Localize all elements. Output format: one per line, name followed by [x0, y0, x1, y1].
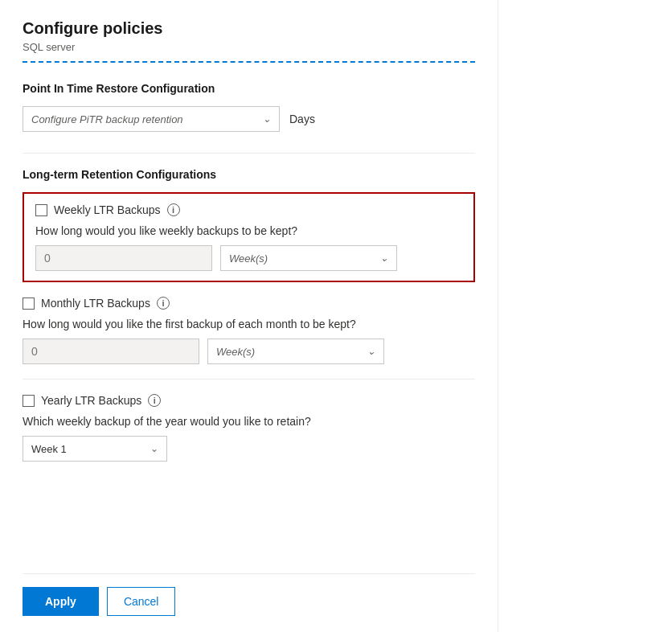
pitr-dropdown[interactable]: Configure PiTR backup retention ⌄ [23, 106, 280, 132]
monthly-number-input[interactable] [23, 339, 199, 364]
weekly-input-row: Week(s) ⌄ [35, 245, 462, 271]
ltr-section-title: Long-term Retention Configurations [23, 168, 475, 181]
monthly-unit-dropdown[interactable]: Week(s) ⌄ [207, 339, 384, 364]
yearly-week-dropdown[interactable]: Week 1 ⌄ [23, 436, 167, 462]
monthly-info-icon[interactable]: i [157, 297, 170, 310]
apply-button[interactable]: Apply [23, 587, 99, 616]
weekly-ltr-box: Weekly LTR Backups i How long would you … [23, 192, 475, 282]
weekly-question: How long would you like weekly backups t… [35, 224, 462, 237]
weekly-number-input[interactable] [35, 245, 212, 271]
monthly-unit-label: Week(s) [216, 346, 255, 358]
yearly-week-label: Week 1 [31, 443, 67, 455]
monthly-question: How long would you like the first backup… [23, 318, 475, 330]
weekly-unit-label: Week(s) [229, 252, 268, 265]
yearly-question: Which weekly backup of the year would yo… [23, 415, 475, 428]
weekly-unit-chevron-icon: ⌄ [380, 252, 388, 264]
weekly-unit-dropdown[interactable]: Week(s) ⌄ [220, 245, 397, 271]
yearly-week-chevron-icon: ⌄ [150, 443, 158, 454]
monthly-ltr-item: Monthly LTR Backups i How long would you… [23, 297, 475, 364]
ltr-section: Long-term Retention Configurations Weekl… [23, 168, 475, 476]
yearly-info-icon[interactable]: i [148, 394, 161, 407]
cancel-button[interactable]: Cancel [107, 587, 176, 616]
weekly-info-icon[interactable]: i [167, 203, 180, 216]
yearly-input-row: Week 1 ⌄ [23, 436, 475, 462]
yearly-ltr-item: Yearly LTR Backups i Which weekly backup… [23, 394, 475, 462]
weekly-checkbox[interactable] [35, 204, 47, 216]
yearly-checkbox-label: Yearly LTR Backups [41, 394, 141, 407]
monthly-input-row: Week(s) ⌄ [23, 339, 475, 364]
weekly-checkbox-label: Weekly LTR Backups [54, 203, 161, 216]
yearly-checkbox[interactable] [23, 395, 35, 407]
configure-policies-panel: Configure policies SQL server Point In T… [0, 0, 498, 632]
weekly-checkbox-row: Weekly LTR Backups i [35, 203, 462, 216]
monthly-checkbox[interactable] [23, 298, 35, 310]
panel-title: Configure policies [23, 19, 475, 38]
pitr-row: Configure PiTR backup retention ⌄ Days [23, 106, 475, 132]
gray-divider-1 [23, 153, 475, 154]
monthly-checkbox-label: Monthly LTR Backups [41, 297, 150, 310]
pitr-chevron-icon: ⌄ [263, 113, 271, 125]
monthly-unit-chevron-icon: ⌄ [367, 346, 375, 357]
gray-divider-2 [23, 379, 475, 380]
yearly-checkbox-row: Yearly LTR Backups i [23, 394, 475, 407]
pitr-section-title: Point In Time Restore Configuration [23, 82, 475, 95]
pitr-dropdown-label: Configure PiTR backup retention [31, 113, 183, 125]
blue-divider [23, 61, 475, 63]
footer-bar: Apply Cancel [23, 573, 475, 632]
monthly-checkbox-row: Monthly LTR Backups i [23, 297, 475, 310]
days-label: Days [289, 113, 315, 125]
panel-subtitle: SQL server [23, 41, 475, 53]
